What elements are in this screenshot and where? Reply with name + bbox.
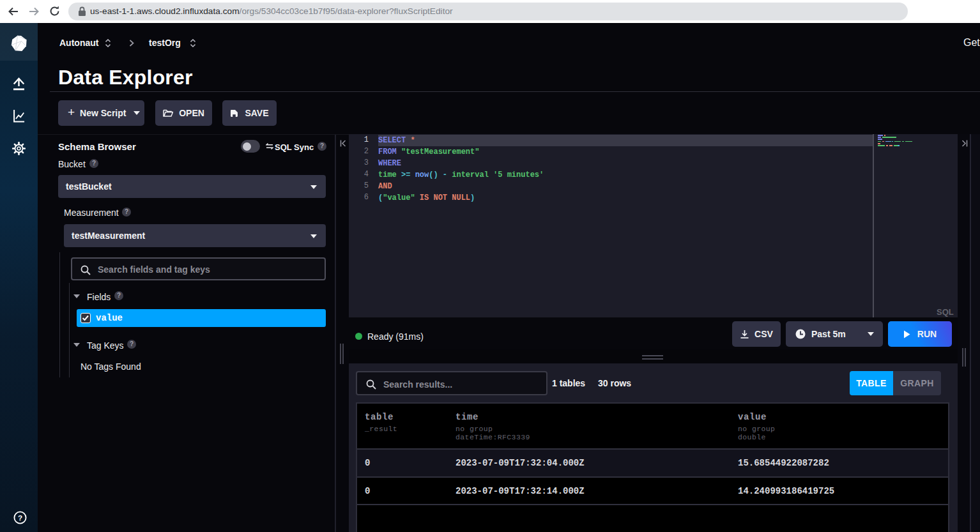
svg-text:?: ? — [18, 513, 22, 522]
